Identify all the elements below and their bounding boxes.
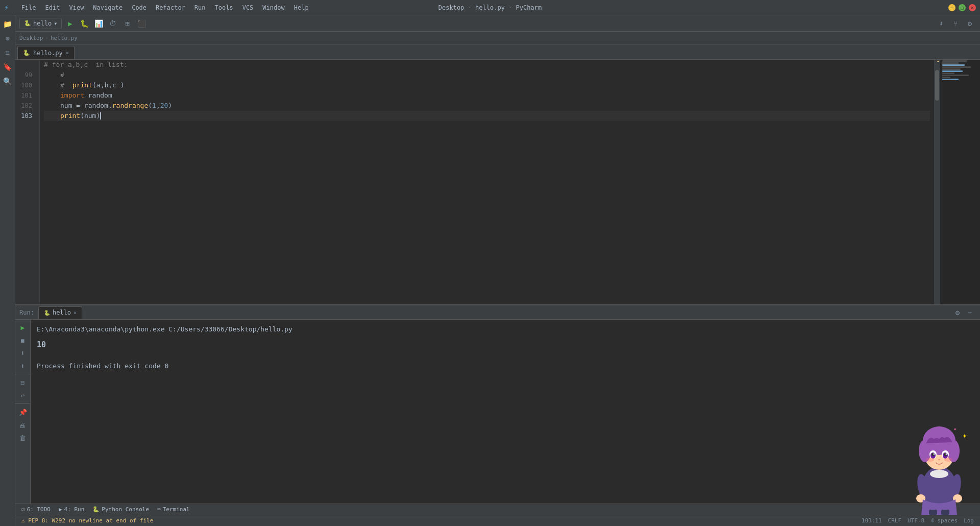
line-number-101: 101 [15,90,35,101]
editor-area: 🐍 hello ▾ ▶ 🐛 📊 ⏱ ⊞ ⬛ ⬇ ⑂ ⚙ Desktop › he… [15,15,980,526]
run-bottom-label: 4: Run [64,506,85,513]
breadcrumb-file[interactable]: hello.py [51,35,78,41]
run-output-result: 10 [37,339,974,350]
minimize-button[interactable]: − [948,4,955,11]
bookmarks-icon[interactable]: 🔖 [1,60,14,74]
vcs-update-button[interactable]: ⬇ [935,17,947,30]
gutter-space [15,60,35,70]
coverage-button[interactable]: 📊 [92,17,105,30]
app-container: 📁 ⊕ ≡ 🔖 🔍 🐍 hello ▾ ▶ 🐛 📊 ⏱ ⊞ ⬛ ⬇ ⑂ ⚙ [0,15,980,526]
status-bar: ⚠ PEP 8: W292 no newline at end of file … [15,515,980,526]
run-button[interactable]: ▶ [64,17,76,30]
rerun-button[interactable]: ▶ [17,322,29,333]
python-console-label: Python Console [102,506,149,513]
commit-icon[interactable]: ⊕ [1,32,14,45]
run-panel: Run: 🐍 hello × ⚙ − ▶ ◼ ⬇ ⬆ ⊟ [15,304,980,504]
minimap-line [942,75,969,76]
menu-window[interactable]: Window [258,3,288,12]
run-config-label: hello [33,20,52,27]
menu-file[interactable]: File [17,3,40,12]
print-button[interactable]: 🖨 [17,419,29,431]
run-content: ▶ ◼ ⬇ ⬆ ⊟ ↩ 📌 🖨 🗑 E:\Anaconda3\anaconda\… [15,320,980,504]
line-number-102: 102 [15,101,35,111]
app-logo: ⚡ [4,3,9,12]
minimap-line [942,60,967,62]
maximize-button[interactable]: □ [959,4,966,11]
terminal-icon: ⌨ [157,506,161,513]
line-number-gutter: 99 100 101 102 103 [15,60,40,304]
line-ending-indicator[interactable]: CRLF [885,515,905,526]
structure-icon[interactable]: ≡ [1,46,14,59]
minimap-line [942,77,950,78]
run-config-icon: 🐍 [24,20,31,27]
run-tab-close[interactable]: × [74,310,77,316]
encoding-indicator[interactable]: UTF-8 [904,515,927,526]
menu-view[interactable]: View [65,3,88,12]
settings-button[interactable]: ⚙ [964,17,976,30]
menu-help[interactable]: Help [290,3,313,12]
python-file-icon: 🐍 [23,50,30,56]
terminal-tab[interactable]: ⌨ Terminal [153,504,194,515]
code-line-98: # for a,b,c in list: [44,60,930,70]
line-number-100: 100 [15,80,35,90]
menu-run[interactable]: Run [190,3,210,12]
soft-wrap-button[interactable]: ↩ [17,390,29,401]
run-sidebar: ▶ ◼ ⬇ ⬆ ⊟ ↩ 📌 🖨 🗑 [15,320,31,504]
log-button[interactable]: Log [961,515,977,526]
debug-button[interactable]: 🐛 [78,17,90,30]
find-icon[interactable]: 🔍 [1,75,14,88]
breadcrumb-root[interactable]: Desktop [19,35,43,41]
menu-navigate[interactable]: Navigate [89,3,127,12]
restore-layout-button[interactable]: ⊟ [17,377,29,388]
scroll-to-end-button[interactable]: ⬇ [17,347,29,358]
code-editor[interactable]: # for a,b,c in list: # # print ( a , b [40,60,934,304]
pep8-warning[interactable]: ⚠ PEP 8: W292 no newline at end of file [18,515,156,526]
window-controls: − □ × [948,4,976,11]
run-bottom-tab[interactable]: ▶ 4: Run [55,504,88,515]
profile-button[interactable]: ⏱ [107,17,119,30]
code-minimap [940,60,980,304]
menu-vcs[interactable]: VCS [238,3,258,12]
run-minimize-button[interactable]: − [964,306,976,319]
minimap-line [942,62,959,64]
run-configuration-dropdown[interactable]: 🐍 hello ▾ [19,18,62,29]
git-button[interactable]: ⑂ [949,17,962,30]
editor-scrollbar[interactable] [934,60,940,304]
warning-indicator [937,61,939,62]
scroll-up-button[interactable]: ⬆ [17,360,29,371]
run-command-line: E:\Anaconda3\anaconda\python.exe C:/User… [37,324,974,335]
todo-tab[interactable]: ☑ 6: TODO [17,504,55,515]
python-console-icon: 🐍 [92,506,100,513]
menu-code[interactable]: Code [128,3,151,12]
editor-tab-hello[interactable]: 🐍 hello.py × [17,46,75,59]
stop-button[interactable]: ⬛ [135,17,148,30]
pin-tab-button[interactable]: 📌 [17,407,29,418]
clear-button[interactable]: 🗑 [17,432,29,443]
code-line-102: num = random . randrange ( 1 , 20 ) [44,101,930,111]
text-cursor [100,112,101,119]
run-tab-bar: Run: 🐍 hello × ⚙ − [15,305,980,320]
menu-refactor[interactable]: Refactor [152,3,189,12]
breadcrumb: Desktop › hello.py [15,32,980,44]
project-icon[interactable]: 📁 [1,17,14,31]
run-tab-icon: 🐍 [44,310,50,316]
run-tab-hello[interactable]: 🐍 hello × [38,306,82,319]
code-line-101: import random [44,90,930,101]
menu-tools[interactable]: Tools [211,3,237,12]
titlebar-menus: File Edit View Navigate Code Refactor Ru… [17,3,313,12]
menu-edit[interactable]: Edit [41,3,64,12]
code-line-103: print ( num ) [44,111,930,121]
indent-indicator[interactable]: 4 spaces [927,515,961,526]
run-output: E:\Anaconda3\anaconda\python.exe C:/User… [31,320,980,504]
tab-close-button[interactable]: × [66,50,69,56]
cursor-position[interactable]: 103:11 [859,515,885,526]
terminal-label: Terminal [163,506,190,513]
concurrency-button[interactable]: ⊞ [121,17,133,30]
titlebar-left: ⚡ File Edit View Navigate Code Refactor … [4,3,313,12]
python-console-tab[interactable]: 🐍 Python Console [88,504,153,515]
run-settings-button[interactable]: ⚙ [951,306,964,319]
todo-icon: ☑ [21,506,25,513]
close-button[interactable]: × [969,4,976,11]
stop-run-button[interactable]: ◼ [17,334,29,346]
code-line-100: # print ( a , b , c ) [44,80,930,90]
